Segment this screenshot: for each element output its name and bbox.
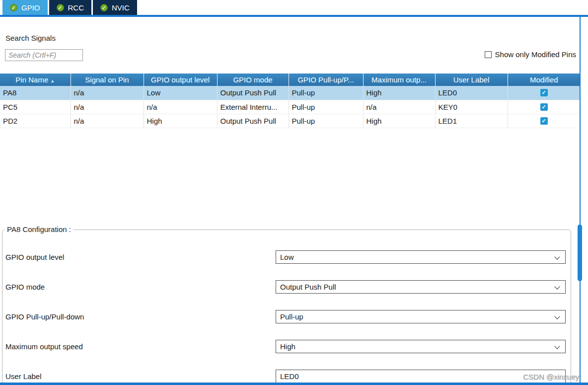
cell-user-label: KEY0 xyxy=(435,100,508,114)
col-header-speed[interactable]: Maximum outp... xyxy=(363,74,435,86)
col-header-gpio-mode[interactable]: GPIO mode xyxy=(217,74,289,86)
cell-pull: Pull-up xyxy=(289,100,363,114)
cell-signal: n/a xyxy=(71,114,144,128)
cell-user-label: LED0 xyxy=(435,86,508,100)
check-badge-icon: ✓ xyxy=(10,4,17,11)
col-header-user-label[interactable]: User Label xyxy=(435,74,508,86)
configuration-panel-title: PA8 Configuration : xyxy=(4,225,74,233)
field-label: GPIO output level xyxy=(5,253,276,261)
tab-gpio[interactable]: ✓ GPIO xyxy=(2,0,48,15)
config-row-user-label: User Label xyxy=(5,361,566,385)
check-badge-icon: ✓ xyxy=(100,4,108,11)
chevron-down-icon xyxy=(554,254,560,259)
tab-rcc-label: RCC xyxy=(68,3,84,12)
cell-signal: n/a xyxy=(71,86,144,100)
cell-speed: High xyxy=(363,114,435,128)
right-pane-border xyxy=(580,17,581,385)
cell-output-level: n/a xyxy=(144,100,217,114)
max-output-speed-select[interactable]: High xyxy=(276,340,566,353)
cell-output-level: High xyxy=(144,114,217,128)
cell-pull: Pull-up xyxy=(289,86,363,100)
gpio-mode-select[interactable]: Output Push Pull xyxy=(276,280,566,294)
show-only-modified-checkbox[interactable] xyxy=(485,51,492,58)
cell-signal: n/a xyxy=(71,100,144,114)
modified-checkbox[interactable]: ✓ xyxy=(540,103,548,111)
search-signals-label: Search Signals xyxy=(5,34,56,42)
mode-tabbar: ✓ GPIO ✓ RCC ✓ NVIC xyxy=(0,0,588,15)
tab-nvic[interactable]: ✓ NVIC xyxy=(93,0,137,15)
selected-value: High xyxy=(280,342,295,351)
pin-row-pd2[interactable]: PD2 n/a High Output Push Pull Pull-up Hi… xyxy=(0,114,580,128)
gpio-output-level-select[interactable]: Low xyxy=(276,250,566,264)
col-header-pull[interactable]: GPIO Pull-up/P... xyxy=(289,74,363,86)
config-row-output-level: GPIO output level Low xyxy=(5,242,566,272)
chevron-down-icon xyxy=(554,313,560,319)
field-label: GPIO mode xyxy=(5,283,276,291)
cell-output-level: Low xyxy=(144,86,217,100)
chevron-down-icon xyxy=(554,343,560,349)
config-row-speed: Maximum output speed High xyxy=(5,331,566,361)
cell-modified: ✓ xyxy=(508,100,580,114)
pa8-configuration-panel: PA8 Configuration : GPIO output level Lo… xyxy=(2,230,571,385)
user-label-input[interactable] xyxy=(276,370,566,383)
col-header-signal[interactable]: Signal on Pin xyxy=(71,74,144,86)
vertical-scrollbar-thumb[interactable] xyxy=(578,225,582,281)
cell-gpio-mode: External Interru... xyxy=(217,100,289,114)
gpio-pull-select[interactable]: Pull-up xyxy=(276,310,566,323)
bottom-pane-border xyxy=(0,383,588,385)
selected-value: Low xyxy=(280,253,294,261)
tab-nvic-label: NVIC xyxy=(112,3,130,12)
col-header-modified[interactable]: Modified xyxy=(508,74,580,86)
cell-pin-name: PA8 xyxy=(0,86,71,100)
pin-table-header-row: Pin Name▲ Signal on Pin GPIO output leve… xyxy=(0,74,580,86)
pin-row-pc5[interactable]: PC5 n/a n/a External Interru... Pull-up … xyxy=(0,100,580,114)
cell-speed: High xyxy=(363,86,435,100)
check-badge-icon: ✓ xyxy=(57,4,64,11)
gpio-configuration-page: ✓ GPIO ✓ RCC ✓ NVIC Search Signals Show … xyxy=(0,0,588,385)
show-only-modified-label: Show only Modified Pins xyxy=(495,50,576,59)
modified-checkbox[interactable]: ✓ xyxy=(540,89,548,96)
field-label: User Label xyxy=(5,372,276,381)
field-label: Maximum output speed xyxy=(5,342,276,351)
tab-rcc[interactable]: ✓ RCC xyxy=(49,0,92,15)
cell-speed: n/a xyxy=(363,100,435,114)
pin-table: Pin Name▲ Signal on Pin GPIO output leve… xyxy=(0,74,581,128)
config-row-pull: GPIO Pull-up/Pull-down Pull-up xyxy=(5,302,566,331)
sort-asc-icon: ▲ xyxy=(50,78,55,83)
cell-pin-name: PC5 xyxy=(0,100,71,114)
tab-gpio-label: GPIO xyxy=(21,3,40,12)
cell-pull: Pull-up xyxy=(289,114,363,128)
pin-row-pa8[interactable]: PA8 n/a Low Output Push Pull Pull-up Hig… xyxy=(0,86,580,100)
col-header-output-level[interactable]: GPIO output level xyxy=(144,74,217,86)
show-only-modified-filter[interactable]: Show only Modified Pins xyxy=(485,50,576,59)
tabbar-accent-line xyxy=(0,15,588,17)
selected-value: Pull-up xyxy=(280,312,303,321)
cell-user-label: LED1 xyxy=(435,114,508,128)
col-header-pin-name[interactable]: Pin Name▲ xyxy=(0,74,71,86)
cell-pin-name: PD2 xyxy=(0,114,71,128)
watermark-text: CSDN @xinxuey xyxy=(523,373,579,381)
config-row-gpio-mode: GPIO mode Output Push Pull xyxy=(5,272,566,302)
selected-value: Output Push Pull xyxy=(280,283,336,291)
cell-modified: ✓ xyxy=(508,114,580,128)
cell-gpio-mode: Output Push Pull xyxy=(217,114,289,128)
chevron-down-icon xyxy=(554,284,560,289)
search-input[interactable] xyxy=(5,49,83,61)
modified-checkbox[interactable]: ✓ xyxy=(540,117,548,125)
field-label: GPIO Pull-up/Pull-down xyxy=(5,312,276,321)
cell-gpio-mode: Output Push Pull xyxy=(217,86,289,100)
cell-modified: ✓ xyxy=(508,86,580,100)
col-header-pin-name-label: Pin Name xyxy=(15,76,48,84)
